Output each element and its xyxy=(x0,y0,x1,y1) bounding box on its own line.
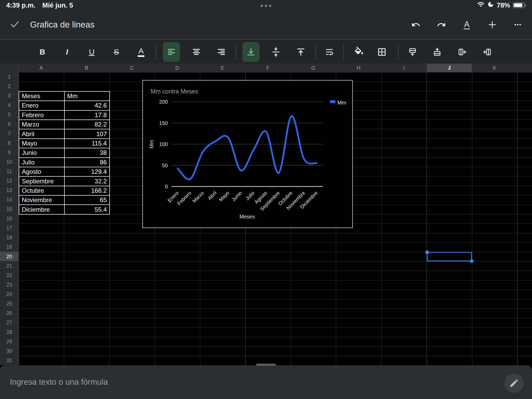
row-header-12[interactable]: 12 xyxy=(0,176,19,185)
row-header-7[interactable]: 7 xyxy=(0,129,19,138)
row-header-15[interactable]: 15 xyxy=(0,204,19,214)
row-header-4[interactable]: 4 xyxy=(0,101,19,110)
row-header-23[interactable]: 23 xyxy=(0,280,19,290)
format-text-icon[interactable]: A xyxy=(462,20,472,30)
cell-B7[interactable]: 107 xyxy=(64,129,110,138)
align-right-button[interactable] xyxy=(213,42,230,62)
text-wrap-button[interactable] xyxy=(321,42,338,62)
cell-B12[interactable]: 32.2 xyxy=(64,176,110,186)
row-header-5[interactable]: 5 xyxy=(0,110,19,119)
done-check-icon[interactable] xyxy=(9,19,20,31)
align-left-button[interactable] xyxy=(163,42,180,62)
column-header-G[interactable]: G xyxy=(291,64,336,72)
row-header-1[interactable]: 1 xyxy=(0,72,19,82)
more-menu-icon[interactable] xyxy=(513,20,523,30)
strikethrough-button[interactable]: S xyxy=(108,42,125,62)
column-header-I[interactable]: I xyxy=(381,64,427,72)
row-header-19[interactable]: 19 xyxy=(0,242,19,252)
row-header-14[interactable]: 14 xyxy=(0,195,19,204)
cell-B9[interactable]: 38 xyxy=(64,148,110,157)
underline-button[interactable]: U xyxy=(83,42,100,62)
row-header-11[interactable]: 11 xyxy=(0,167,19,176)
cell-A3[interactable]: Meses xyxy=(19,91,64,101)
italic-button[interactable]: I xyxy=(58,42,76,62)
cell-A15[interactable]: Diciembre xyxy=(19,205,64,214)
cell-A11[interactable]: Agosto xyxy=(19,167,64,176)
row-header-25[interactable]: 25 xyxy=(0,299,19,308)
fill-color-button[interactable] xyxy=(350,42,368,62)
row-header-9[interactable]: 9 xyxy=(0,148,19,157)
cell-B3[interactable]: Mm xyxy=(64,91,110,101)
bold-button[interactable]: B xyxy=(34,42,51,62)
row-header-18[interactable]: 18 xyxy=(0,233,19,242)
insert-column-right-button[interactable] xyxy=(454,42,471,62)
row-header-22[interactable]: 22 xyxy=(0,271,19,280)
text-color-button[interactable]: A xyxy=(132,42,150,62)
cell-A5[interactable]: Febrero xyxy=(19,110,64,120)
row-header-17[interactable]: 17 xyxy=(0,223,19,233)
row-header-30[interactable]: 30 xyxy=(0,346,19,356)
column-header-D[interactable]: D xyxy=(155,64,200,72)
borders-button[interactable] xyxy=(373,42,390,62)
selection-handle-top-left[interactable] xyxy=(425,250,429,254)
row-header-21[interactable]: 21 xyxy=(0,261,19,271)
cell-A4[interactable]: Enero xyxy=(19,101,64,110)
cell-B13[interactable]: 166.2 xyxy=(64,186,110,195)
row-header-31[interactable]: 31 xyxy=(0,356,19,365)
row-header-8[interactable]: 8 xyxy=(0,138,19,148)
row-header-29[interactable]: 29 xyxy=(0,337,19,346)
cell-B8[interactable]: 115.4 xyxy=(64,139,110,148)
insert-plus-icon[interactable] xyxy=(487,20,497,30)
valign-middle-button[interactable] xyxy=(267,42,284,62)
cell-A8[interactable]: Mayo xyxy=(19,139,64,148)
embedded-chart[interactable]: 050100150200Mm contra MesesMmMmMesesEner… xyxy=(142,80,353,228)
cell-B15[interactable]: 55.4 xyxy=(64,205,110,214)
row-header-6[interactable]: 6 xyxy=(0,119,19,129)
drag-handle[interactable] xyxy=(256,364,276,366)
document-title[interactable]: Grafica de lineas xyxy=(30,20,95,30)
cell-A13[interactable]: Octubre xyxy=(19,186,64,195)
column-header-J[interactable]: J xyxy=(427,64,472,72)
cell-A7[interactable]: Abril xyxy=(19,129,64,138)
cell-B11[interactable]: 129.4 xyxy=(64,167,110,176)
cell-B4[interactable]: 42.6 xyxy=(64,101,110,110)
insert-row-above-button[interactable] xyxy=(429,42,446,62)
valign-top-button[interactable] xyxy=(292,42,309,62)
edit-fab-button[interactable] xyxy=(504,374,524,393)
row-header-16[interactable]: 16 xyxy=(0,214,19,223)
cell-A14[interactable]: Noviembre xyxy=(19,195,64,205)
column-header-K[interactable]: K xyxy=(472,64,517,72)
row-header-13[interactable]: 13 xyxy=(0,186,19,195)
column-header-F[interactable]: F xyxy=(245,64,291,72)
redo-icon[interactable] xyxy=(436,20,446,30)
selection-handle-bottom-right[interactable] xyxy=(470,259,474,263)
selected-cell[interactable] xyxy=(427,252,472,261)
cell-A9[interactable]: Junio xyxy=(19,148,64,157)
column-header-E[interactable]: E xyxy=(200,64,245,72)
column-header-C[interactable]: C xyxy=(109,64,155,72)
column-header-A[interactable]: A xyxy=(19,64,64,72)
insert-row-below-button[interactable] xyxy=(404,42,421,62)
row-header-20[interactable]: 20 xyxy=(0,252,19,261)
cell-A6[interactable]: Marzo xyxy=(19,120,64,129)
insert-column-left-button[interactable] xyxy=(478,42,496,62)
cell-B6[interactable]: 82.2 xyxy=(64,120,110,129)
cell-B10[interactable]: 86 xyxy=(64,158,110,167)
align-center-button[interactable] xyxy=(188,42,205,62)
row-header-3[interactable]: 3 xyxy=(0,91,19,101)
column-header-H[interactable]: H xyxy=(336,64,382,72)
multitasking-indicator-icon[interactable] xyxy=(261,5,271,7)
cell-A12[interactable]: Septiembre xyxy=(19,176,64,186)
cell-A10[interactable]: Julio xyxy=(19,158,64,167)
cell-B14[interactable]: 65 xyxy=(64,195,110,205)
row-header-2[interactable]: 2 xyxy=(0,82,19,91)
row-header-10[interactable]: 10 xyxy=(0,157,19,167)
row-header-28[interactable]: 28 xyxy=(0,328,19,337)
valign-bottom-button[interactable] xyxy=(242,42,260,62)
row-header-24[interactable]: 24 xyxy=(0,290,19,299)
column-header-B[interactable]: B xyxy=(64,64,110,72)
row-header-26[interactable]: 26 xyxy=(0,309,19,318)
formula-input[interactable]: Ingresa texto o una fórmula xyxy=(10,377,108,387)
cell-B5[interactable]: 17.8 xyxy=(64,110,110,120)
undo-icon[interactable] xyxy=(411,20,421,30)
